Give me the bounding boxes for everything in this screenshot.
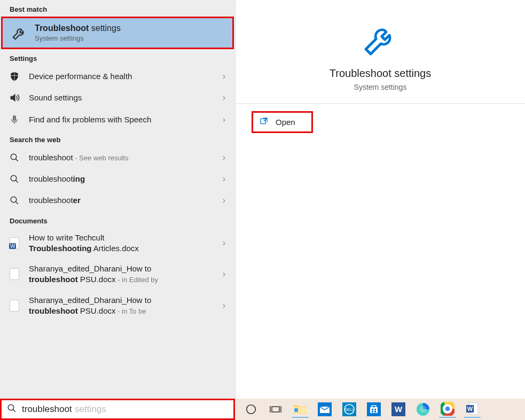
detail-title: Troubleshoot settings <box>330 67 431 80</box>
document-item-psu-tobe[interactable]: Sharanya_edited_Dharani_How to troublesh… <box>0 291 235 322</box>
web-result-troubleshooting[interactable]: troubleshooting › <box>0 168 235 190</box>
svg-point-21 <box>420 406 426 413</box>
chevron-right-icon: › <box>223 301 228 310</box>
settings-item-label: Device performance & health <box>29 71 215 82</box>
settings-item-sound[interactable]: Sound settings › <box>0 87 235 108</box>
search-icon <box>7 403 17 415</box>
wrench-icon <box>10 24 28 42</box>
svg-rect-0 <box>13 115 16 120</box>
microphone-icon <box>7 114 21 125</box>
best-match-text: Troubleshoot settings System settings <box>35 24 225 42</box>
settings-item-label: Find and fix problems with Speech <box>29 114 215 125</box>
search-icon <box>7 153 21 162</box>
word-doc-icon <box>7 237 21 249</box>
svg-point-1 <box>11 154 17 160</box>
settings-item-label: Sound settings <box>29 92 215 103</box>
chevron-right-icon: › <box>223 174 228 184</box>
edge-icon[interactable] <box>414 401 432 418</box>
search-icon <box>7 174 21 184</box>
svg-rect-16 <box>372 411 373 413</box>
document-item-psu-edited[interactable]: Sharanya_edited_Dharani_How to troublesh… <box>0 259 235 291</box>
section-settings-header: Settings <box>0 49 235 66</box>
svg-point-6 <box>247 405 256 414</box>
settings-item-speech-fix[interactable]: Find and fix problems with Speech › <box>0 109 235 130</box>
svg-rect-14 <box>372 409 373 410</box>
web-result-troubleshooter[interactable]: troubleshooter › <box>0 190 235 211</box>
best-match-troubleshoot-settings[interactable]: Troubleshoot settings System settings <box>1 17 234 49</box>
svg-rect-15 <box>374 409 376 410</box>
section-search-web-header: Search the web <box>0 130 235 147</box>
section-best-match-header: Best match <box>0 0 235 17</box>
svg-rect-7 <box>272 407 279 412</box>
best-match-title-prefix: Troubleshoot <box>35 24 89 33</box>
chevron-right-icon: › <box>223 72 228 81</box>
svg-rect-17 <box>374 411 376 413</box>
web-result-text: troubleshooter <box>29 195 215 206</box>
svg-point-2 <box>11 175 17 181</box>
text-doc-icon <box>7 268 21 280</box>
open-button[interactable]: Open <box>252 111 313 133</box>
chevron-right-icon: › <box>223 93 228 103</box>
svg-rect-8 <box>294 408 298 412</box>
chevron-right-icon: › <box>223 153 228 162</box>
chrome-icon[interactable] <box>439 401 456 418</box>
doc-text: How to write Techcult Troubleshooting Ar… <box>29 232 215 254</box>
cortana-icon[interactable] <box>242 401 260 418</box>
start-search-panel: Best match Troubleshoot settings System … <box>0 0 525 399</box>
dell-app-icon[interactable]: DELL <box>341 401 358 418</box>
speaker-icon <box>7 92 21 103</box>
search-box[interactable]: settings <box>0 399 235 420</box>
svg-text:DELL: DELL <box>344 408 354 411</box>
web-result-troubleshoot[interactable]: troubleshoot - See web results › <box>0 147 235 168</box>
chevron-right-icon: › <box>223 115 228 125</box>
document-item-techcult[interactable]: How to write Techcult Troubleshooting Ar… <box>0 228 235 260</box>
wrench-icon-large <box>359 18 402 61</box>
search-input[interactable] <box>22 404 228 415</box>
chevron-right-icon: › <box>223 238 228 248</box>
file-explorer-icon[interactable] <box>292 401 309 418</box>
mail-icon[interactable] <box>316 401 333 418</box>
best-match-title-suffix: settings <box>89 24 121 33</box>
shield-icon <box>7 71 21 82</box>
web-result-text: troubleshoot - See web results <box>29 152 215 163</box>
svg-point-3 <box>11 197 17 203</box>
doc-text: Sharanya_edited_Dharani_How to troublesh… <box>29 263 215 285</box>
settings-item-device-performance[interactable]: Device performance & health › <box>0 66 235 87</box>
divider <box>236 103 525 104</box>
web-result-text: troubleshooting <box>29 174 215 184</box>
open-label: Open <box>276 118 295 127</box>
search-icon <box>7 196 21 205</box>
detail-hero: Troubleshoot settings System settings <box>236 0 525 103</box>
detail-right-pane: Troubleshoot settings System settings Op… <box>235 0 525 399</box>
best-match-subtitle: System settings <box>35 34 225 42</box>
taskbar: DELL W W <box>235 399 525 420</box>
results-left-pane: Best match Troubleshoot settings System … <box>0 0 235 399</box>
svg-point-5 <box>8 405 14 410</box>
doc-text: Sharanya_edited_Dharani_How to troublesh… <box>29 295 215 317</box>
text-doc-icon <box>7 300 21 312</box>
store-tile-icon[interactable] <box>365 401 382 418</box>
svg-text:W: W <box>467 406 473 412</box>
chevron-right-icon: › <box>223 196 228 205</box>
svg-rect-4 <box>261 119 265 123</box>
svg-text:W: W <box>395 405 403 414</box>
open-icon <box>260 117 268 127</box>
task-view-icon[interactable] <box>267 401 284 418</box>
section-documents-header: Documents <box>0 212 235 228</box>
word-app-icon[interactable]: W <box>464 401 481 418</box>
word-tile-icon[interactable]: W <box>390 401 407 418</box>
chevron-right-icon: › <box>223 269 228 279</box>
detail-subtitle: System settings <box>354 83 407 91</box>
